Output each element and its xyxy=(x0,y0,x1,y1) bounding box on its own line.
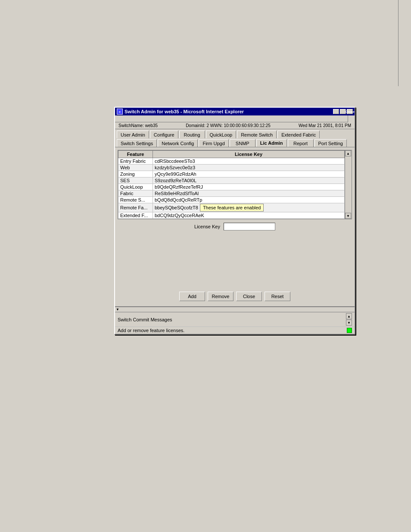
table-row[interactable]: Extended F... bdCQ9dzQyQcceRAeK xyxy=(118,212,345,219)
tab-lic-admin[interactable]: Lic Admin xyxy=(256,139,287,147)
close-window-button[interactable]: Close xyxy=(347,109,353,114)
title-bar-buttons: Close xyxy=(333,109,353,114)
license-key-input[interactable] xyxy=(224,223,275,230)
table-scrollbar[interactable]: ▲ ▼ xyxy=(345,150,352,219)
bottom-area: ▼ Switch Commit Messages ▲ ▼ Add or remo… xyxy=(115,306,355,334)
feature-cell: SES xyxy=(118,177,153,184)
feature-cell: Entry Fabric xyxy=(118,158,153,165)
main-window: e Switch Admin for web35 - Microsoft Int… xyxy=(114,107,355,335)
collapse-bar[interactable]: ▼ xyxy=(115,307,355,312)
scroll-up-arrow[interactable]: ▲ xyxy=(345,150,351,156)
col-feature: Feature xyxy=(118,151,153,158)
add-button[interactable]: Add xyxy=(179,292,205,301)
feature-cell: Zoning xyxy=(118,171,153,177)
table-row[interactable]: Remote Fa... bbeySQbeSQcofzT8 These feat… xyxy=(118,203,345,212)
table-body: Entry Fabric cdRSbccdeeeSTo3 Web kzdzybS… xyxy=(118,158,345,219)
switch-name: SwitchName: web35 xyxy=(118,123,158,128)
tab-extended-fabric[interactable]: Extended Fabric xyxy=(277,131,320,138)
window-title: Switch Admin for web35 - Microsoft Inter… xyxy=(125,109,244,114)
feature-cell: Extended F... xyxy=(118,212,153,219)
table-row[interactable]: Fabric ReSIb9eHRzdSfToAl xyxy=(118,190,345,197)
table-row[interactable]: SES S9zozd9zReTA0I0L xyxy=(118,177,345,184)
right-sidebar xyxy=(398,0,411,86)
status-bar: Add or remove feature licenses. xyxy=(115,327,355,334)
window-icon: e xyxy=(117,109,123,115)
table-row[interactable]: QuickLoop b9QdeQRzfRezeTefRJ xyxy=(118,184,345,190)
feature-cell: Fabric xyxy=(118,190,153,197)
license-table-container: Feature License Key Entry Fabric cdRSbcc… xyxy=(118,150,352,219)
status-text: Add or remove feature licenses. xyxy=(118,328,184,333)
tab-snmp[interactable]: SNMP xyxy=(230,139,255,147)
minimize-button[interactable] xyxy=(333,109,339,114)
datetime: Wed Mar 21 2001, 8:01 PM xyxy=(299,123,351,128)
key-cell: bbeySQbeSQcofzT8 These features are enab… xyxy=(153,203,345,212)
table-scroll[interactable]: Feature License Key Entry Fabric cdRSbcc… xyxy=(118,150,345,219)
collapse-arrow-icon: ▼ xyxy=(116,308,119,311)
table-row[interactable]: Zoning yQcy9e99GzRdzAh xyxy=(118,171,345,177)
content-spacer xyxy=(118,234,352,286)
table-row[interactable]: Entry Fabric cdRSbccdeeeSTo3 xyxy=(118,158,345,165)
tab-row-2: Switch Settings Network Config Firm Upgd… xyxy=(115,138,355,147)
scroll-top[interactable] xyxy=(348,115,355,122)
title-bar: e Switch Admin for web35 - Microsoft Int… xyxy=(115,108,355,115)
reset-button[interactable]: Reset xyxy=(265,292,290,301)
feature-cell: Remote Fa... xyxy=(118,203,153,212)
tooltip-box: These features are enabled xyxy=(200,204,264,212)
tab-port-setting[interactable]: Port Setting xyxy=(314,139,347,147)
domain-info: DomainId: 2 WWN: 10:00:00:60:69:30:12:25 xyxy=(186,123,271,128)
features-enabled-tooltip: These features are enabled xyxy=(200,204,264,212)
key-cell: S9zozd9zReTA0I0L xyxy=(153,177,345,184)
tab-quickloop[interactable]: QuickLoop xyxy=(206,131,237,138)
status-indicator xyxy=(347,328,352,333)
content-area: Feature License Key Entry Fabric cdRSbcc… xyxy=(115,147,355,306)
key-cell: ReSIb9eHRzdSfToAl xyxy=(153,190,345,197)
tab-remote-switch[interactable]: Remote Switch xyxy=(237,131,277,138)
key-cell: bdCQ9dzQyQcceRAeK xyxy=(153,212,345,219)
table-wrapper: Feature License Key Entry Fabric cdRSbcc… xyxy=(118,150,352,219)
license-key-label: License Key xyxy=(194,224,220,229)
key-with-tooltip: bbeySQbeSQcofzT8 These features are enab… xyxy=(155,204,342,212)
feature-cell: Web xyxy=(118,165,153,171)
key-cell: b9QdeQRzfRezeTefRJ xyxy=(153,184,345,190)
messages-header: Switch Commit Messages ▲ ▼ xyxy=(115,312,355,327)
table-row[interactable]: Web kzdzybSzvec0e0z3 xyxy=(118,165,345,171)
button-row: Add Remove Close Reset xyxy=(118,289,352,304)
msg-scroll-down[interactable]: ▼ xyxy=(346,320,352,326)
messages-title: Switch Commit Messages xyxy=(118,317,172,322)
table-row[interactable]: Remote S... bQdQ8dQcdQcReRTp xyxy=(118,197,345,203)
license-key-row: License Key xyxy=(118,223,352,230)
msg-scroll-up[interactable]: ▲ xyxy=(346,313,352,319)
key-cell: yQcy9e99GzRdzAh xyxy=(153,171,345,177)
tab-report[interactable]: Report xyxy=(288,139,314,147)
message-scrollbar-buttons: ▲ ▼ xyxy=(346,313,352,326)
license-table: Feature License Key Entry Fabric cdRSbcc… xyxy=(118,150,345,219)
page-background: e Switch Admin for web35 - Microsoft Int… xyxy=(0,0,411,532)
feature-cell: QuickLoop xyxy=(118,184,153,190)
key-cell: kzdzybSzvec0e0z3 xyxy=(153,165,345,171)
remove-button[interactable]: Remove xyxy=(208,292,234,301)
col-license-key: License Key xyxy=(153,151,345,158)
close-button[interactable]: Close xyxy=(236,292,262,301)
tab-row-1: User Admin Configure Routing QuickLoop R… xyxy=(115,129,355,138)
tab-routing[interactable]: Routing xyxy=(179,131,205,138)
title-bar-left: e Switch Admin for web35 - Microsoft Int… xyxy=(117,109,244,115)
info-bar: SwitchName: web35 DomainId: 2 WWN: 10:00… xyxy=(115,122,355,129)
tab-firm-upgd[interactable]: Firm Upgd xyxy=(199,139,228,147)
key-cell: bQdQ8dQcdQcReRTp xyxy=(153,197,345,203)
table-header: Feature License Key xyxy=(118,151,345,158)
scroll-down-arrow[interactable]: ▼ xyxy=(345,213,351,219)
feature-cell: Remote S... xyxy=(118,197,153,203)
tab-user-admin[interactable]: User Admin xyxy=(117,131,149,138)
tab-configure[interactable]: Configure xyxy=(150,131,178,138)
tab-switch-settings[interactable]: Switch Settings xyxy=(117,139,157,147)
key-cell: cdRSbccdeeeSTo3 xyxy=(153,158,345,165)
tab-network-config[interactable]: Network Config xyxy=(158,139,198,147)
